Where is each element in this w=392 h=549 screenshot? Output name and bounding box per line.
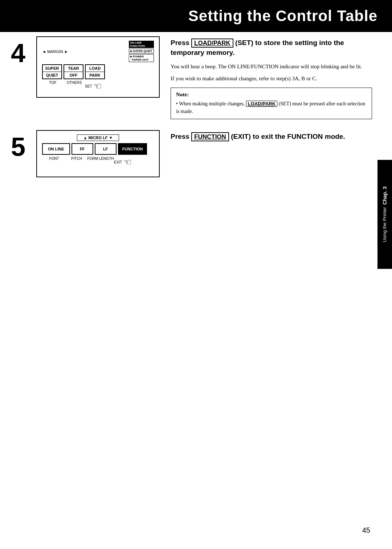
step5-labels: FONT PITCH FORM LENGTH EXIT ☞ — [42, 157, 154, 168]
margin-label: ◄ MARGIN ► — [42, 49, 68, 54]
button-labels: TOF OTHERS SET ☞ — [42, 81, 154, 92]
page-header: Setting the Control Table — [0, 0, 392, 32]
page-number: 45 — [362, 526, 370, 534]
main-content: 4 ◄ MARGIN ► ON LINEFUNCTION ■ SUPER QUI… — [11, 36, 372, 527]
step5-keyboard: ▲ MICRO LF ▼ ON LINE FF LF FUNCTION FONT… — [36, 130, 160, 177]
tear-off-btn[interactable]: TEAR OFF — [64, 64, 83, 79]
side-tab: Chap. 3 Using the Printer — [377, 160, 392, 269]
super-quiet-indicator: ■ SUPER QUIET — [129, 49, 154, 53]
super-quiet-btn[interactable]: SUPER QUIET — [42, 64, 62, 79]
load-park-btn[interactable]: LOAD PARK — [85, 64, 105, 79]
load-park-underline: LOAD/PARK — [194, 40, 230, 47]
step5-heading: Press FUNCTION (EXIT) to exit the FUNCTI… — [171, 132, 372, 142]
step4-keyboard: ◄ MARGIN ► ON LINEFUNCTION ■ SUPER QUIET… — [36, 36, 160, 98]
power-paper-out-indicator: ■ POWER PAPER OUT — [129, 54, 154, 62]
step5-buttons: ON LINE FF LF FUNCTION — [42, 143, 154, 155]
step5-section: 5 ▲ MICRO LF ▼ ON LINE FF LF FUNCTION FO… — [11, 130, 372, 177]
chapter-label: Chap. 3 — [381, 186, 388, 205]
button-grid: SUPER QUIET TEAR OFF LOAD PARK — [42, 64, 154, 79]
set-label: SET ☞ — [85, 81, 106, 92]
step4-right: Press LOAD/PARK (SET) to store the setti… — [171, 36, 372, 119]
note-text: • When making multiple changes, LOAD/PAR… — [176, 100, 367, 115]
load-btn-top: LOAD — [86, 65, 104, 72]
tof-label: TOF — [42, 81, 64, 92]
page-title: Setting the Control Table — [188, 7, 377, 25]
function-key: FUNCTION — [191, 132, 229, 141]
keyboard-row: SUPER QUIET TEAR OFF LOAD PARK — [42, 64, 154, 92]
step4-body1: You will hear a beep. The ON LINE/FUNCTI… — [171, 62, 372, 71]
note-key: LOAD/PARK — [246, 101, 277, 107]
super-btn-top: SUPER — [43, 65, 61, 72]
function-underline: FUNCTION — [194, 133, 226, 140]
others-label: OTHERS — [64, 81, 85, 92]
form-length-label: FORM LENGTH — [87, 157, 114, 168]
keyboard-left: SUPER QUIET TEAR OFF LOAD PARK — [42, 64, 154, 92]
park-btn-bottom: PARK — [86, 72, 104, 78]
font-label: FONT — [42, 157, 66, 168]
note-key-underline: LOAD/PARK — [248, 101, 275, 106]
step5-right: Press FUNCTION (EXIT) to exit the FUNCTI… — [171, 130, 372, 147]
note-title: Note: — [176, 92, 367, 98]
step5-number: 5 — [11, 134, 29, 160]
step4-number: 4 — [11, 40, 29, 66]
online-btn[interactable]: ON LINE — [42, 143, 70, 155]
micro-lf-label: ▲ MICRO LF ▼ — [77, 134, 119, 141]
step4-heading: Press LOAD/PARK (SET) to store the setti… — [171, 38, 372, 57]
off-btn-bottom: OFF — [64, 72, 83, 78]
hand-cursor-step5: ☞ — [123, 157, 132, 168]
online-function-indicator: ON LINEFUNCTION — [129, 41, 154, 48]
step5-press-text: Press — [171, 133, 191, 140]
hand-cursor-step4: ☞ — [93, 81, 102, 92]
section-label: Using the Printer — [382, 207, 388, 242]
function-btn[interactable]: FUNCTION — [118, 143, 147, 155]
micro-lf-row: ▲ MICRO LF ▼ — [42, 134, 154, 141]
step4-body2: If you wish to make additional changes, … — [171, 74, 372, 83]
step4-section: 4 ◄ MARGIN ► ON LINEFUNCTION ■ SUPER QUI… — [11, 36, 372, 119]
ff-btn[interactable]: FF — [72, 143, 93, 155]
quiet-btn-bottom: QUIET — [43, 72, 61, 78]
margin-row: ◄ MARGIN ► ON LINEFUNCTION ■ SUPER QUIET… — [42, 41, 154, 62]
pitch-label: PITCH — [66, 157, 87, 168]
indicator-labels: ON LINEFUNCTION ■ SUPER QUIET ■ POWER PA… — [129, 41, 154, 62]
load-park-key: LOAD/PARK — [191, 39, 233, 48]
tear-btn-top: TEAR — [64, 65, 83, 72]
exit-label: EXIT ☞ — [114, 157, 136, 168]
step5-heading-rest: (EXIT) to exit the FUNCTION mode. — [229, 133, 345, 140]
press-text: Press — [171, 39, 191, 47]
note-box: Note: • When making multiple changes, LO… — [171, 88, 372, 119]
lf-btn[interactable]: LF — [95, 143, 117, 155]
